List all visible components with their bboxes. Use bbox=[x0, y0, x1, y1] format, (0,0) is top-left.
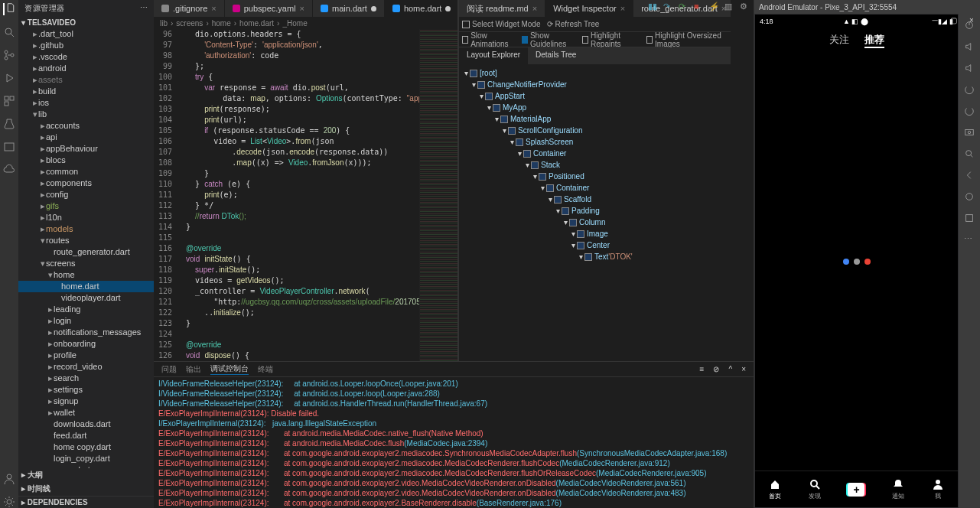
tab-output[interactable]: 输出 bbox=[186, 364, 201, 375]
editor-tab[interactable]: pubspec.yaml× bbox=[225, 0, 313, 17]
widget-item[interactable]: ▾MaterialApp bbox=[462, 113, 728, 125]
maximize-icon[interactable]: ^ bbox=[728, 365, 732, 373]
phone-body[interactable] bbox=[755, 53, 958, 471]
widget-item[interactable]: ▾Scaffold bbox=[462, 194, 728, 205]
volume-up-icon[interactable] bbox=[964, 41, 975, 52]
volume-down-icon[interactable] bbox=[964, 63, 975, 73]
folder-item[interactable]: ▸.github bbox=[18, 40, 154, 51]
inspector-tab[interactable]: Widget Inspector× bbox=[545, 0, 633, 17]
split-icon[interactable]: ▥ bbox=[724, 2, 735, 12]
folder-item[interactable]: ▸gifs bbox=[18, 200, 154, 212]
tab-terminal[interactable]: 终端 bbox=[258, 364, 273, 375]
widget-item[interactable]: ▾AppStart bbox=[462, 90, 728, 102]
slow-animations[interactable]: Slow Animations bbox=[462, 31, 514, 48]
tab-debug-console[interactable]: 调试控制台 bbox=[210, 363, 249, 375]
highlight-repaints[interactable]: Highlight Repaints bbox=[582, 31, 639, 48]
camera-icon[interactable] bbox=[964, 127, 975, 138]
search-icon[interactable] bbox=[3, 26, 15, 38]
code-editor[interactable]: dio.options.headers = { 'Content-Type': … bbox=[177, 29, 419, 361]
folder-item[interactable]: ▸l10n bbox=[18, 212, 154, 223]
file-item[interactable]: downloads.dart bbox=[18, 418, 154, 430]
debug-icon[interactable] bbox=[3, 72, 15, 84]
folder-item[interactable]: ▸profile bbox=[18, 350, 154, 361]
maximize-win-icon[interactable]: ▢ bbox=[945, 14, 962, 26]
folder-item[interactable]: ▸components bbox=[18, 177, 154, 189]
outline-section[interactable]: ▸ 大纲 bbox=[18, 468, 154, 482]
widget-item[interactable]: ▾Column bbox=[462, 217, 728, 228]
folder-item[interactable]: ▾home bbox=[18, 269, 154, 281]
nav-home[interactable]: 首页 bbox=[769, 478, 781, 500]
inspector-tab[interactable]: 阅读 readme.md× bbox=[459, 0, 545, 17]
widget-item[interactable]: ▾Text 'DTOK' bbox=[462, 251, 728, 262]
refresh-tree[interactable]: ⟳ Refresh Tree bbox=[547, 20, 600, 28]
folder-item[interactable]: ▸models bbox=[18, 223, 154, 235]
folder-item[interactable]: ▸common bbox=[18, 166, 154, 177]
nav-bell[interactable]: 通知 bbox=[892, 478, 904, 500]
folder-item[interactable]: ▸api bbox=[18, 132, 154, 143]
widget-item[interactable]: ▾Container bbox=[462, 148, 728, 159]
tab-recommend[interactable]: 推荐 bbox=[864, 33, 884, 48]
folder-item[interactable]: ▸search bbox=[18, 373, 154, 384]
scm-icon[interactable] bbox=[3, 49, 15, 61]
nav-user[interactable]: 我 bbox=[932, 478, 944, 500]
extensions-icon[interactable] bbox=[3, 95, 15, 107]
debug-stop-icon[interactable]: ■ bbox=[694, 2, 705, 12]
file-item[interactable]: home.dart bbox=[18, 281, 154, 292]
nav-plus[interactable]: + bbox=[848, 483, 864, 497]
folder-item[interactable]: ▸settings bbox=[18, 384, 154, 396]
clear-icon[interactable]: ⊘ bbox=[713, 365, 719, 373]
folder-item[interactable]: ▸android bbox=[18, 63, 154, 74]
tab-layout-explorer[interactable]: Layout Explorer bbox=[459, 47, 528, 64]
editor-tab[interactable]: main.dart bbox=[313, 0, 385, 17]
folder-item[interactable]: ▸ios bbox=[18, 97, 154, 109]
db-icon[interactable] bbox=[3, 141, 15, 153]
hot-reload-icon[interactable]: ⚡ bbox=[709, 2, 720, 12]
editor-tab[interactable]: home.dart bbox=[385, 0, 457, 17]
back-icon[interactable] bbox=[964, 170, 975, 181]
widget-item[interactable]: ▾Padding bbox=[462, 205, 728, 217]
more-icon[interactable]: ⋯ bbox=[140, 3, 148, 14]
folder-item[interactable]: ▸notifications_messages bbox=[18, 327, 154, 338]
test-icon[interactable] bbox=[3, 118, 15, 130]
rotate-right-icon[interactable] bbox=[964, 106, 975, 116]
widget-item[interactable]: ▾Positioned bbox=[462, 171, 728, 182]
minimize-icon[interactable]: ─ bbox=[926, 14, 943, 26]
folder-item[interactable]: ▸record_video bbox=[18, 361, 154, 373]
tab-problems[interactable]: 问题 bbox=[161, 364, 177, 375]
widget-item[interactable]: ▾ChangeNotifierProvider bbox=[462, 79, 728, 90]
cloud-icon[interactable] bbox=[3, 164, 15, 176]
filter-icon[interactable]: ≡ bbox=[700, 365, 705, 373]
deps-section[interactable]: ▸ DEPENDENCIES bbox=[18, 496, 154, 508]
folder-item[interactable]: ▸.vscode bbox=[18, 51, 154, 63]
zoom-icon[interactable] bbox=[964, 148, 975, 159]
rotate-left-icon[interactable] bbox=[964, 84, 975, 95]
widget-item[interactable]: ▾Image bbox=[462, 228, 728, 239]
folder-item[interactable]: ▸leading bbox=[18, 304, 154, 315]
close-panel-icon[interactable]: × bbox=[741, 365, 746, 373]
breadcrumb[interactable]: lib›screens›home›home.dart›_Home bbox=[154, 17, 457, 29]
home-em-icon[interactable] bbox=[964, 191, 975, 202]
nav-search[interactable]: 发现 bbox=[809, 478, 821, 500]
widget-item[interactable]: ▾[root] bbox=[462, 67, 728, 79]
select-widget-mode[interactable]: Select Widget Mode bbox=[462, 20, 541, 28]
folder-item[interactable]: ▸wallet bbox=[18, 407, 154, 418]
tab-follow[interactable]: 关注 bbox=[829, 33, 849, 48]
folder-item[interactable]: ▸appBehaviour bbox=[18, 143, 154, 155]
widget-item[interactable]: ▾Center bbox=[462, 239, 728, 251]
editor-tab[interactable]: .gitignore× bbox=[154, 0, 225, 17]
highlight-images[interactable]: Highlight Oversized Images bbox=[646, 31, 728, 48]
folder-item[interactable]: ▸blocs bbox=[18, 155, 154, 166]
file-item[interactable]: videoplayer.dart bbox=[18, 292, 154, 304]
folder-item[interactable]: ▸assets bbox=[18, 74, 154, 86]
widget-item[interactable]: ▾MyApp bbox=[462, 102, 728, 113]
file-item[interactable]: home copy.dart bbox=[18, 441, 154, 453]
folder-item[interactable]: ▸build bbox=[18, 86, 154, 97]
folder-item[interactable]: ▸config bbox=[18, 189, 154, 200]
debug-pause-icon[interactable]: ▮▮ bbox=[648, 2, 659, 12]
folder-item[interactable]: ▸.dart_tool bbox=[18, 28, 154, 40]
folder-item[interactable]: ▸onboarding bbox=[18, 338, 154, 350]
folder-item[interactable]: ▾screens bbox=[18, 258, 154, 269]
widget-item[interactable]: ▾Container bbox=[462, 182, 728, 194]
gear-icon[interactable] bbox=[3, 496, 15, 508]
show-guidelines[interactable]: Show Guidelines bbox=[522, 31, 575, 48]
